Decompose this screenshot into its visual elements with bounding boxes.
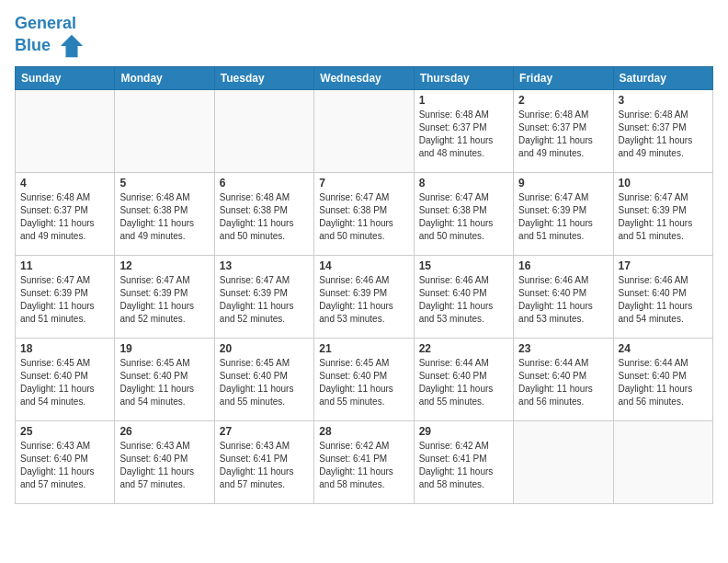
week-row-1: 1Sunrise: 6:48 AMSunset: 6:37 PMDaylight… <box>16 89 713 172</box>
calendar-cell: 28Sunrise: 6:42 AMSunset: 6:41 PMDayligh… <box>314 420 414 503</box>
calendar-cell: 23Sunrise: 6:44 AMSunset: 6:40 PMDayligh… <box>514 338 613 420</box>
calendar-cell: 27Sunrise: 6:43 AMSunset: 6:41 PMDayligh… <box>214 420 313 503</box>
cell-info: Sunrise: 6:48 AMSunset: 6:38 PMDaylight:… <box>119 191 209 243</box>
calendar-cell: 29Sunrise: 6:42 AMSunset: 6:41 PMDayligh… <box>414 420 513 503</box>
calendar-cell: 13Sunrise: 6:47 AMSunset: 6:39 PMDayligh… <box>214 255 313 338</box>
calendar-cell: 22Sunrise: 6:44 AMSunset: 6:40 PMDayligh… <box>414 338 513 420</box>
day-number: 11 <box>20 259 109 272</box>
day-number: 18 <box>20 342 109 355</box>
cell-info: Sunrise: 6:43 AMSunset: 6:40 PMDaylight:… <box>20 440 109 491</box>
cell-info: Sunrise: 6:45 AMSunset: 6:40 PMDaylight:… <box>220 357 309 408</box>
cell-info: Sunrise: 6:44 AMSunset: 6:40 PMDaylight:… <box>419 357 508 408</box>
week-row-2: 4Sunrise: 6:48 AMSunset: 6:37 PMDaylight… <box>16 172 713 255</box>
cell-info: Sunrise: 6:43 AMSunset: 6:40 PMDaylight:… <box>119 440 209 491</box>
logo-text: General <box>15 15 85 33</box>
day-number: 7 <box>319 177 408 190</box>
svg-marker-0 <box>61 35 83 57</box>
day-number: 13 <box>220 259 309 272</box>
cell-info: Sunrise: 6:48 AMSunset: 6:37 PMDaylight:… <box>518 109 608 160</box>
day-number: 16 <box>518 259 608 272</box>
cell-info: Sunrise: 6:46 AMSunset: 6:39 PMDaylight:… <box>319 274 408 326</box>
col-header-tuesday: Tuesday <box>214 66 313 89</box>
col-header-friday: Friday <box>514 66 613 89</box>
cell-info: Sunrise: 6:48 AMSunset: 6:37 PMDaylight:… <box>619 109 708 160</box>
calendar-cell: 17Sunrise: 6:46 AMSunset: 6:40 PMDayligh… <box>613 255 712 338</box>
calendar-cell <box>514 420 613 503</box>
calendar-cell: 4Sunrise: 6:48 AMSunset: 6:37 PMDaylight… <box>16 172 115 255</box>
day-number: 21 <box>319 342 408 355</box>
calendar-cell: 25Sunrise: 6:43 AMSunset: 6:40 PMDayligh… <box>16 420 115 503</box>
calendar-cell: 1Sunrise: 6:48 AMSunset: 6:37 PMDaylight… <box>414 89 513 172</box>
calendar-cell: 2Sunrise: 6:48 AMSunset: 6:37 PMDaylight… <box>514 89 613 172</box>
cell-info: Sunrise: 6:48 AMSunset: 6:37 PMDaylight:… <box>419 109 508 160</box>
week-row-4: 18Sunrise: 6:45 AMSunset: 6:40 PMDayligh… <box>16 338 713 420</box>
week-row-5: 25Sunrise: 6:43 AMSunset: 6:40 PMDayligh… <box>16 420 713 503</box>
cell-info: Sunrise: 6:42 AMSunset: 6:41 PMDaylight:… <box>319 440 408 491</box>
day-number: 9 <box>518 177 608 190</box>
calendar-cell: 18Sunrise: 6:45 AMSunset: 6:40 PMDayligh… <box>16 338 115 420</box>
calendar-cell: 21Sunrise: 6:45 AMSunset: 6:40 PMDayligh… <box>314 338 414 420</box>
cell-info: Sunrise: 6:47 AMSunset: 6:39 PMDaylight:… <box>119 274 209 326</box>
calendar-cell: 24Sunrise: 6:44 AMSunset: 6:40 PMDayligh… <box>613 338 712 420</box>
logo-text2: Blue <box>15 33 85 59</box>
calendar-cell <box>115 89 214 172</box>
day-number: 6 <box>220 177 309 190</box>
col-header-wednesday: Wednesday <box>314 66 414 89</box>
cell-info: Sunrise: 6:45 AMSunset: 6:40 PMDaylight:… <box>20 357 109 408</box>
day-number: 23 <box>518 342 608 355</box>
cell-info: Sunrise: 6:48 AMSunset: 6:38 PMDaylight:… <box>220 191 309 243</box>
day-number: 8 <box>419 177 508 190</box>
cell-info: Sunrise: 6:46 AMSunset: 6:40 PMDaylight:… <box>518 274 608 326</box>
cell-info: Sunrise: 6:47 AMSunset: 6:39 PMDaylight:… <box>220 274 309 326</box>
calendar-cell: 14Sunrise: 6:46 AMSunset: 6:39 PMDayligh… <box>314 255 414 338</box>
calendar-cell: 11Sunrise: 6:47 AMSunset: 6:39 PMDayligh… <box>16 255 115 338</box>
week-row-3: 11Sunrise: 6:47 AMSunset: 6:39 PMDayligh… <box>16 255 713 338</box>
calendar-cell: 3Sunrise: 6:48 AMSunset: 6:37 PMDaylight… <box>613 89 712 172</box>
calendar-cell: 9Sunrise: 6:47 AMSunset: 6:39 PMDaylight… <box>514 172 613 255</box>
cell-info: Sunrise: 6:42 AMSunset: 6:41 PMDaylight:… <box>419 440 508 491</box>
col-header-saturday: Saturday <box>613 66 712 89</box>
day-number: 12 <box>119 259 209 272</box>
day-number: 24 <box>619 342 708 355</box>
day-number: 20 <box>220 342 309 355</box>
calendar-cell: 10Sunrise: 6:47 AMSunset: 6:39 PMDayligh… <box>613 172 712 255</box>
day-number: 10 <box>619 177 708 190</box>
cell-info: Sunrise: 6:47 AMSunset: 6:39 PMDaylight:… <box>20 274 109 326</box>
calendar-cell: 20Sunrise: 6:45 AMSunset: 6:40 PMDayligh… <box>214 338 313 420</box>
day-number: 22 <box>419 342 508 355</box>
cell-info: Sunrise: 6:47 AMSunset: 6:39 PMDaylight:… <box>619 191 708 243</box>
cell-info: Sunrise: 6:46 AMSunset: 6:40 PMDaylight:… <box>419 274 508 326</box>
day-number: 17 <box>619 259 708 272</box>
day-number: 25 <box>20 425 109 438</box>
day-number: 5 <box>119 177 209 190</box>
col-header-sunday: Sunday <box>16 66 115 89</box>
calendar-cell: 12Sunrise: 6:47 AMSunset: 6:39 PMDayligh… <box>115 255 214 338</box>
day-number: 3 <box>619 94 708 107</box>
day-number: 14 <box>319 259 408 272</box>
calendar-cell <box>16 89 115 172</box>
cell-info: Sunrise: 6:44 AMSunset: 6:40 PMDaylight:… <box>518 357 608 408</box>
day-number: 4 <box>20 177 109 190</box>
day-number: 15 <box>419 259 508 272</box>
cell-info: Sunrise: 6:44 AMSunset: 6:40 PMDaylight:… <box>619 357 708 408</box>
calendar-cell: 8Sunrise: 6:47 AMSunset: 6:38 PMDaylight… <box>414 172 513 255</box>
day-number: 27 <box>220 425 309 438</box>
page-header: General Blue <box>15 15 713 59</box>
calendar-cell: 6Sunrise: 6:48 AMSunset: 6:38 PMDaylight… <box>214 172 313 255</box>
cell-info: Sunrise: 6:45 AMSunset: 6:40 PMDaylight:… <box>319 357 408 408</box>
day-number: 19 <box>119 342 209 355</box>
calendar-cell <box>214 89 313 172</box>
day-number: 29 <box>419 425 508 438</box>
calendar-cell <box>314 89 414 172</box>
cell-info: Sunrise: 6:47 AMSunset: 6:39 PMDaylight:… <box>518 191 608 243</box>
cell-info: Sunrise: 6:43 AMSunset: 6:41 PMDaylight:… <box>220 440 309 491</box>
calendar-cell: 7Sunrise: 6:47 AMSunset: 6:38 PMDaylight… <box>314 172 414 255</box>
calendar-cell: 19Sunrise: 6:45 AMSunset: 6:40 PMDayligh… <box>115 338 214 420</box>
day-number: 28 <box>319 425 408 438</box>
calendar-table: SundayMondayTuesdayWednesdayThursdayFrid… <box>15 66 713 504</box>
col-header-thursday: Thursday <box>414 66 513 89</box>
cell-info: Sunrise: 6:47 AMSunset: 6:38 PMDaylight:… <box>419 191 508 243</box>
calendar-cell <box>613 420 712 503</box>
cell-info: Sunrise: 6:48 AMSunset: 6:37 PMDaylight:… <box>20 191 109 243</box>
day-number: 2 <box>518 94 608 107</box>
